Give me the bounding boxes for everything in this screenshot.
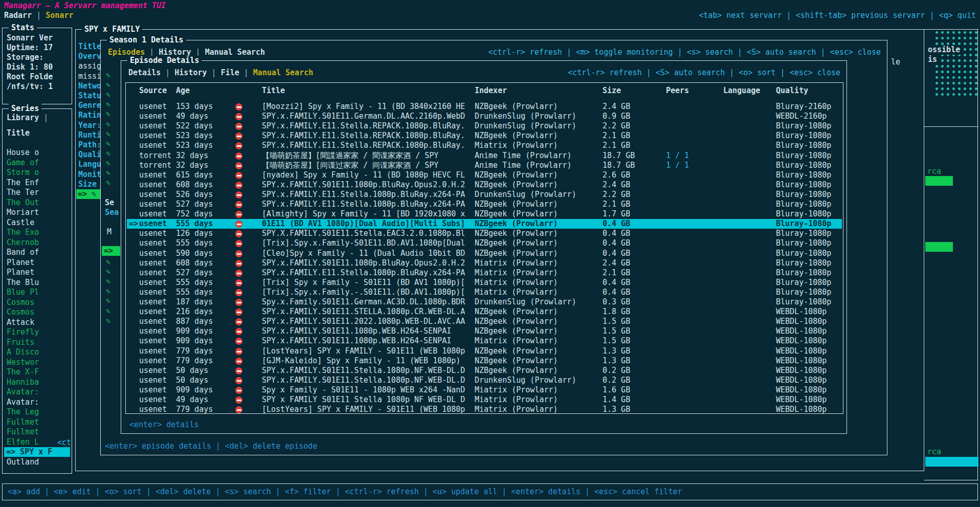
release-cell-size: 1.3 GB [603, 346, 630, 356]
rejected-icon [235, 221, 242, 228]
release-cell-size: 0.4 GB [603, 238, 630, 248]
monitored-pencil-icon[interactable]: ✎ [106, 178, 110, 188]
monitored-pencil-icon[interactable]: ✎ [106, 139, 110, 149]
series-list-item[interactable]: Fullmet [7, 417, 39, 427]
rejected-icon [235, 377, 242, 384]
monitored-pencil-icon[interactable]: ✎ [106, 277, 110, 286]
monitored-pencil-icon[interactable]: ✎ [106, 316, 110, 326]
tab-history[interactable]: History [174, 68, 207, 77]
series-list-item[interactable]: Fruits [7, 338, 34, 347]
series-list-item[interactable]: The Leg [7, 407, 39, 417]
monitored-pencil-icon[interactable]: ✎ [106, 296, 110, 306]
series-field-label: Path: [78, 140, 101, 150]
tab-details[interactable]: Details [128, 68, 161, 77]
release-cell-age: 887 days [176, 317, 213, 326]
series-list-item[interactable]: Band of [7, 248, 39, 257]
series-list-item[interactable]: Hanniba [7, 378, 39, 387]
series-list-item[interactable]: Chernob [7, 238, 39, 248]
monitored-pencil-icon[interactable]: ✎ [106, 267, 110, 277]
series-list-item[interactable]: Elfen L [7, 437, 39, 447]
release-cell-age: 779 days [176, 356, 213, 366]
monitored-pencil-icon[interactable]: ✎ [106, 120, 110, 129]
series-list-item[interactable]: A Disco [7, 347, 39, 357]
release-cell-source: usenet [139, 121, 167, 131]
rejected-icon [235, 260, 242, 267]
episode-footer-keybinds: <enter> details [129, 420, 198, 430]
series-list-item[interactable]: Planet [7, 258, 34, 268]
tab-manual-search[interactable]: Manual Search [253, 68, 313, 77]
stats-line: /nfs/tv: 1 [7, 82, 53, 92]
release-cell-quality: WEBDL-1080p [776, 356, 827, 366]
series-list-item[interactable]: Avatar: [7, 398, 39, 407]
series-list-item[interactable]: The Out [7, 198, 39, 208]
series-list-item[interactable]: Storm o [7, 168, 39, 178]
series-list-item[interactable]: Castle [7, 218, 34, 228]
series-list-item[interactable]: Fullmet [7, 427, 39, 437]
series-list-item[interactable]: Firefly [7, 327, 39, 337]
release-cell-age: 49 days [176, 395, 208, 405]
release-cell-title: [Moozzi2] Spy x Family - 11 (BD 3840x216… [262, 102, 465, 112]
tab-radarr[interactable]: Radarr [4, 11, 32, 20]
series-list-item[interactable]: The Ter [7, 188, 39, 197]
release-cell-title: SPY.x.FAMILY.E11.Stella.REPACK.1080p.Blu… [262, 131, 465, 141]
monitored-pencil-icon[interactable]: ✎ [106, 80, 110, 90]
release-cell-quality: WEBDL-1080p [776, 307, 827, 317]
series-list-item[interactable]: The Enf [7, 178, 39, 188]
series-list-item[interactable]: Attack [7, 318, 34, 327]
rejected-icon [235, 123, 242, 130]
series-list-item[interactable]: Game of [7, 158, 39, 168]
release-cell-size: 2.2 GB [603, 190, 630, 200]
selected-episode-row[interactable]: => [102, 246, 120, 256]
monitored-pencil-icon[interactable]: ✎ [106, 100, 110, 109]
series-list-item[interactable]: The Blu [7, 278, 39, 288]
series-list-item[interactable]: House o [7, 148, 39, 158]
series-list-item[interactable]: Cosmos [7, 307, 34, 317]
release-cell-age: 187 days [176, 297, 213, 307]
monitored-pencil-icon[interactable]: ✎ [106, 168, 110, 178]
series-list-item-selected[interactable]: => SPY x F [4, 447, 70, 457]
series-list-item[interactable]: The X-F [7, 367, 39, 377]
release-cell-title: [LostYears] SPY x FAMILY - S01E11 (WEB 1… [262, 346, 465, 356]
tab-sonarr[interactable]: Sonarr [46, 11, 73, 20]
tab-separator: | [207, 68, 221, 77]
release-cell-source: usenet [139, 366, 167, 376]
series-list-item[interactable]: Westwor [7, 358, 39, 367]
release-cell-age: 590 days [176, 249, 213, 258]
release-cell-source: usenet [139, 112, 167, 121]
series-list-item[interactable]: Avatar: [7, 387, 39, 397]
monitored-pencil-icon[interactable]: ✎ [106, 257, 110, 267]
column-header-source: Source [139, 86, 167, 96]
monitored-pencil-icon[interactable]: ✎ [106, 286, 110, 296]
tab-separator: | [239, 68, 253, 77]
release-cell-indexer: NZBgeek (Prowlarr) [475, 229, 558, 238]
tab-separator: | [39, 113, 48, 122]
release-cell-title: 【喵萌奶茶屋】[间谍过家家 / 间谍家家酒 / SPY [262, 161, 438, 170]
monitored-pencil-icon[interactable]: ✎ [106, 71, 110, 80]
tab-manual-search[interactable]: Manual Search [205, 48, 265, 57]
series-list-item[interactable]: Moriart [7, 208, 39, 217]
monitored-pencil-icon[interactable]: ✎ [106, 109, 110, 119]
series-field-label: Statu [78, 91, 101, 101]
release-cell-indexer: NZBgeek (Prowlarr) [475, 326, 558, 336]
selected-season-row[interactable]: => ✎ [76, 189, 100, 199]
tab-library[interactable]: Library [7, 113, 39, 122]
series-list-item[interactable]: Planet [7, 268, 34, 277]
stats-line: Sonarr Ver [7, 33, 53, 43]
release-cell-size: 0.4 GB [603, 278, 630, 288]
release-cell-size: 1.3 GB [603, 405, 630, 414]
series-list-item[interactable]: Cosmos [7, 298, 34, 307]
tab-file[interactable]: File [221, 68, 239, 77]
monitored-pencil-icon[interactable]: ✎ [106, 129, 110, 139]
monitored-pencil-icon[interactable]: ✎ [106, 90, 110, 100]
monitored-pencil-icon[interactable]: ✎ [106, 159, 110, 168]
background-text-fragment: Se [105, 198, 114, 208]
rejected-icon [235, 240, 242, 247]
stats-line: Uptime: 17 [7, 43, 53, 53]
monitored-pencil-icon[interactable]: ✎ [106, 306, 110, 316]
series-list-item[interactable]: Blue Pl [7, 288, 39, 297]
monitored-pencil-icon[interactable]: ✎ [106, 149, 110, 159]
background-text-fragment: rca [927, 447, 941, 457]
series-list-item[interactable]: Outland [7, 457, 39, 467]
release-cell-quality: Bluray-1080p [776, 170, 831, 180]
series-list-item[interactable]: The Exo [7, 228, 39, 237]
